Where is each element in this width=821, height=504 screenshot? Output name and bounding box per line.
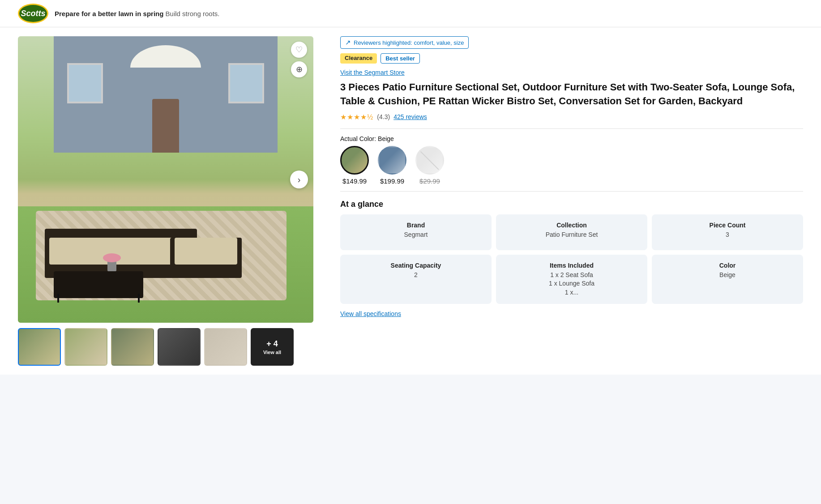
glance-card-items: Items Included 1 x 2 Seat Sofa1 x Lounge… [496,255,647,304]
thumbnail-strip: + 4 View all [18,328,313,366]
divider-1 [340,128,803,129]
color-option-beige[interactable]: $149.99 [340,146,369,185]
bestseller-badge: Best seller [381,53,420,64]
window-left [67,63,103,103]
banner-text: Prepare for a better lawn in spring Buil… [55,10,219,17]
view-all-label: View all [263,350,281,355]
glance-title: At a glance [340,200,803,209]
thumbnail-3[interactable] [111,328,154,366]
more-count-label: + 4 [266,339,278,349]
glance-value-collection: Patio Furniture Set [501,231,642,239]
main-layout: ♡ ⊕ › + 4 View all ↗ Reviewers highlight… [0,27,821,375]
banner-subtext: Build strong roots. [166,10,220,17]
table-leg-1 [57,294,59,303]
swatch-disabled-line [420,151,439,170]
furniture-scene [18,36,313,323]
glance-value-brand: Segmart [346,231,486,239]
star-rating: ★★★★½ [340,113,373,121]
glance-label-color: Color [657,262,798,269]
color-swatch-beige[interactable] [340,146,369,175]
glance-grid: Brand Segmart Collection Patio Furniture… [340,214,803,304]
divider-2 [340,191,803,192]
color-price-gray: $199.99 [380,177,404,185]
glance-label-piece-count: Piece Count [657,222,798,229]
flowers [103,253,121,262]
zoom-button[interactable]: ⊕ [291,61,307,77]
table-leg-2 [138,294,140,303]
glance-card-brand: Brand Segmart [340,214,492,250]
next-image-button[interactable]: › [290,171,308,188]
glance-label-brand: Brand [346,222,486,229]
glance-value-items: 1 x 2 Seat Sofa1 x Lounge Sofa1 x... [501,271,642,297]
at-a-glance-section: At a glance Brand Segmart Collection Pat… [340,200,803,318]
glance-label-items: Items Included [501,262,642,269]
thumbnail-5[interactable] [204,328,247,366]
glance-card-seating: Seating Capacity 2 [340,255,492,304]
color-label: Actual Color: Beige [340,135,803,142]
glance-label-seating: Seating Capacity [346,262,486,269]
reviewers-highlight: ↗ Reviewers highlighted: comfort, value,… [340,36,469,49]
color-swatch-light[interactable] [415,146,444,175]
color-options: $149.99 $199.99 $29.99 [340,146,803,185]
banner-headline: Prepare for a better lawn in spring [55,10,163,17]
glance-card-collection: Collection Patio Furniture Set [496,214,647,250]
store-link[interactable]: Visit the Segmart Store [340,69,803,76]
thumbnail-2[interactable] [64,328,107,366]
glance-label-collection: Collection [501,222,642,229]
glance-value-color: Beige [657,271,798,280]
rating-row: ★★★★½ (4.3) 425 reviews [340,113,803,121]
image-section: ♡ ⊕ › + 4 View all [18,36,322,366]
glance-card-color: Color Beige [652,255,803,304]
view-specs-link[interactable]: View all specifications [340,310,803,317]
badges-row: Clearance Best seller [340,53,803,64]
window-right [228,63,264,103]
scotts-logo: Scotts [18,4,48,23]
color-label-text: Actual Color: [340,135,378,142]
trend-icon: ↗ [345,38,351,47]
clearance-badge: Clearance [340,53,377,64]
sofa-lounge-cushion [175,238,237,265]
coffee-table [54,271,143,298]
reviews-link[interactable]: 425 reviews [393,113,427,120]
rating-number: (4.3) [377,113,390,120]
door [152,99,179,153]
top-banner: Scotts Prepare for a better lawn in spri… [0,0,821,27]
color-price-beige: $149.99 [342,177,367,185]
glance-value-piece-count: 3 [657,231,798,239]
main-image-container: ♡ ⊕ › [18,36,313,323]
color-price-light: $29.99 [419,177,440,185]
thumbnail-4[interactable] [158,328,201,366]
color-option-gray[interactable]: $199.99 [378,146,406,185]
thumbnail-1[interactable] [18,328,61,366]
thumbnail-more[interactable]: + 4 View all [251,328,294,366]
wishlist-button[interactable]: ♡ [291,42,307,58]
color-option-light[interactable]: $29.99 [415,146,444,185]
product-title: 3 Pieces Patio Furniture Sectional Set, … [340,81,803,108]
glance-card-piece-count: Piece Count 3 [652,214,803,250]
color-swatch-gray[interactable] [378,146,406,175]
color-selected-value: Beige [378,135,394,142]
reviewers-highlight-text: Reviewers highlighted: comfort, value, s… [354,39,464,46]
glance-value-seating: 2 [346,271,486,280]
product-info: ↗ Reviewers highlighted: comfort, value,… [322,36,803,366]
